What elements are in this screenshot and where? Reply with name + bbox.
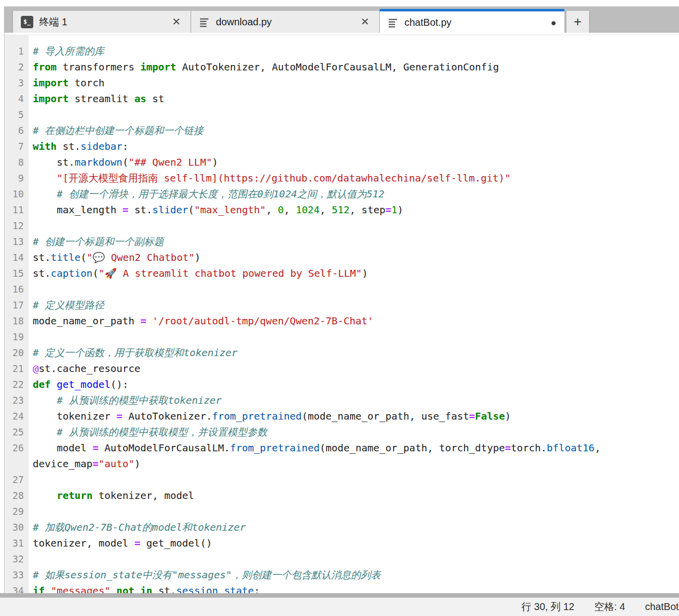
line-number: 8: [4, 154, 29, 170]
code-text: def get_model():: [29, 376, 129, 392]
code-text: if "messages" not in st.session_state:: [29, 583, 260, 593]
line-number: 11: [4, 202, 29, 218]
code-text: [29, 218, 33, 234]
code-text: # 定义一个函数，用于获取模型和tokenizer: [29, 345, 237, 361]
code-text: import streamlit as st: [29, 91, 164, 107]
code-line: 22def get_model():: [4, 376, 679, 392]
new-tab-button[interactable]: +: [566, 11, 590, 33]
code-line: 28 return tokenizer, model: [4, 488, 679, 503]
line-number: 6: [4, 123, 29, 138]
code-line: 2from transformers import AutoTokenizer,…: [4, 59, 679, 75]
line-number: 27: [4, 472, 29, 488]
code-text: [29, 503, 33, 519]
line-number: 4: [4, 91, 29, 107]
line-number: 12: [4, 218, 29, 234]
tab-chatbot-py[interactable]: chatBot.py ●: [380, 9, 564, 33]
line-number: 31: [4, 535, 29, 551]
code-line: 4import streamlit as st: [4, 91, 679, 107]
line-number: [4, 456, 29, 472]
code-line: 21@st.cache_resource: [4, 361, 679, 376]
code-line: 29: [4, 503, 679, 519]
code-text: return tokenizer, model: [29, 488, 194, 503]
tab-label-download: download.py: [216, 16, 358, 28]
code-text: device_map="auto"): [29, 456, 140, 472]
code-line: 30# 加载Qwen2-7B-Chat的model和tokenizer: [4, 519, 679, 535]
line-number: 22: [4, 376, 29, 392]
code-line: 34if "messages" not in st.session_state:: [4, 583, 679, 593]
tab-download-py[interactable]: download.py ✕: [191, 11, 380, 33]
close-icon[interactable]: ✕: [170, 16, 183, 28]
code-line: 8 st.markdown("## Qwen2 LLM"): [4, 154, 679, 170]
pane-divider: [0, 593, 679, 598]
line-number: 9: [4, 170, 29, 186]
code-text: [29, 551, 33, 567]
code-text: # 从预训练的模型中获取tokenizer: [29, 392, 222, 408]
tab-terminal-1[interactable]: $_ 终端 1 ✕: [12, 11, 191, 33]
left-sidebar-strip: [0, 6, 4, 593]
code-line: 13# 创建一个标题和一个副标题: [4, 234, 679, 249]
code-text: import torch: [29, 75, 105, 91]
line-number: 3: [4, 75, 29, 91]
line-number: 19: [4, 329, 29, 345]
line-number: 26: [4, 440, 29, 456]
code-line: 6# 在侧边栏中创建一个标题和一个链接: [4, 123, 679, 138]
line-number: 30: [4, 519, 29, 535]
status-filename: chatBot.py: [645, 601, 679, 613]
code-text: st.caption("🚀 A streamlit chatbot powere…: [29, 265, 368, 281]
line-number: 28: [4, 488, 29, 503]
code-text: # 导入所需的库: [29, 43, 104, 59]
code-line: 31tokenizer, model = get_model(): [4, 535, 679, 551]
indentation-setting[interactable]: 空格: 4: [594, 600, 625, 614]
tab-label-terminal: 终端 1: [39, 15, 170, 29]
plus-icon: +: [574, 14, 582, 30]
code-line: 16: [4, 281, 679, 297]
code-text: max_length = st.slider("max_length", 0, …: [29, 202, 404, 218]
line-number: 7: [4, 138, 29, 154]
code-line: 32: [4, 551, 679, 567]
code-line: 3import torch: [4, 75, 679, 91]
line-number: 17: [4, 297, 29, 313]
code-text: @st.cache_resource: [29, 361, 140, 376]
code-line: 12: [4, 218, 679, 234]
code-text: mode_name_or_path = '/root/autodl-tmp/qw…: [29, 313, 373, 329]
code-text: [29, 329, 33, 345]
line-number: 20: [4, 345, 29, 361]
code-text: # 加载Qwen2-7B-Chat的model和tokenizer: [29, 519, 246, 535]
line-number: 21: [4, 361, 29, 376]
code-line: 26 model = AutoModelForCausalLM.from_pre…: [4, 440, 679, 456]
code-text: # 定义模型路径: [29, 297, 104, 313]
code-line: 33# 如果session_state中没有"messages"，则创建一个包含…: [4, 567, 679, 583]
code-lines: 1# 导入所需的库2from transformers import AutoT…: [4, 43, 679, 593]
line-number: 33: [4, 567, 29, 583]
line-number: 34: [4, 583, 29, 593]
file-icon: [199, 16, 210, 27]
code-line: 23 # 从预训练的模型中获取tokenizer: [4, 392, 679, 408]
line-number: 13: [4, 234, 29, 249]
code-line: 19: [4, 329, 679, 345]
code-text: # 从预训练的模型中获取模型，并设置模型参数: [29, 424, 267, 440]
code-line: 27: [4, 472, 679, 488]
code-text: [29, 472, 33, 488]
code-line: 1# 导入所需的库: [4, 43, 679, 59]
line-number: 18: [4, 313, 29, 329]
code-text: model = AutoModelForCausalLM.from_pretra…: [29, 440, 601, 456]
code-line: 11 max_length = st.slider("max_length", …: [4, 202, 679, 218]
terminal-icon: $_: [21, 16, 33, 28]
code-line: 7with st.sidebar:: [4, 138, 679, 154]
code-line: 14st.title("💬 Qwen2 Chatbot"): [4, 249, 679, 265]
code-text: tokenizer = AutoTokenizer.from_pretraine…: [29, 408, 511, 424]
code-line: 20# 定义一个函数，用于获取模型和tokenizer: [4, 345, 679, 361]
code-text: # 创建一个标题和一个副标题: [29, 234, 164, 249]
code-text: tokenizer, model = get_model(): [29, 535, 212, 551]
code-text: [29, 281, 33, 297]
cursor-position[interactable]: 行 30, 列 12: [522, 600, 575, 614]
code-text: from transformers import AutoTokenizer, …: [29, 59, 499, 75]
line-number: 29: [4, 503, 29, 519]
code-text: # 在侧边栏中创建一个标题和一个链接: [29, 123, 204, 138]
code-text: st.title("💬 Qwen2 Chatbot"): [29, 249, 201, 265]
line-number: 10: [4, 186, 29, 202]
close-icon[interactable]: ✕: [358, 16, 371, 28]
tab-bar-divider: [4, 35, 679, 35]
code-editor[interactable]: 1# 导入所需的库2from transformers import AutoT…: [4, 35, 679, 593]
code-text: "[开源大模型食用指南 self-llm](https://github.com…: [29, 170, 511, 186]
